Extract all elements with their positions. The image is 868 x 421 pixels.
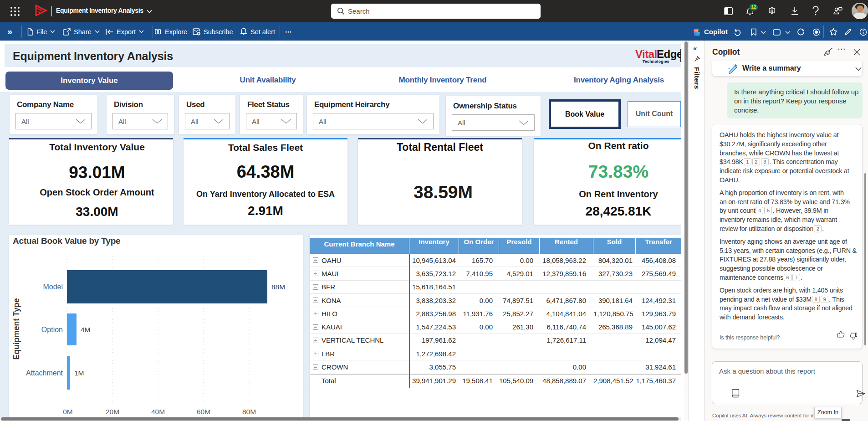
svg-text:88M: 88M [271,283,285,291]
svg-text:Attachment: Attachment [26,369,63,377]
svg-text:20M: 20M [106,408,119,416]
svg-text:Equipment Type: Equipment Type [12,298,21,359]
svg-text:Option: Option [41,326,63,334]
svg-text:0M: 0M [63,408,73,416]
svg-text:4M: 4M [81,326,91,334]
svg-text:1M: 1M [74,369,84,377]
svg-text:60M: 60M [197,408,210,416]
svg-text:80M: 80M [242,408,256,416]
svg-text:Model: Model [43,283,63,291]
svg-text:40M: 40M [151,408,165,416]
